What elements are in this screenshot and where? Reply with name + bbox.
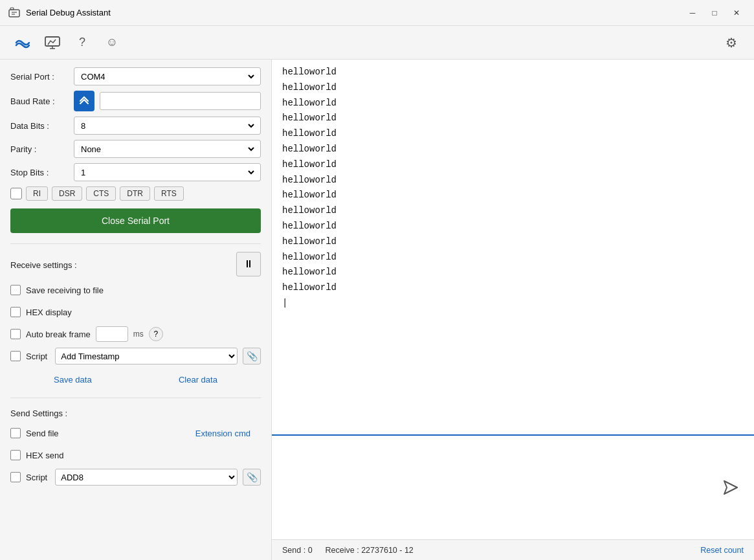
baud-rate-input[interactable]: 2000000 (104, 96, 256, 106)
data-bits-select[interactable]: 8 7 6 5 (78, 120, 256, 131)
break-frame-input[interactable]: 20 (96, 326, 128, 342)
receive-line: helloworld (282, 80, 744, 96)
right-panel: helloworldhelloworldhelloworldhelloworld… (272, 60, 754, 560)
hex-display-label: HEX display (26, 308, 72, 317)
send-value: 0 (308, 546, 313, 555)
hex-send-checkbox[interactable] (10, 450, 21, 460)
hex-display-checkbox[interactable] (10, 307, 21, 317)
receive-cursor: | (282, 296, 744, 311)
send-area (272, 436, 754, 539)
serial-port-select[interactable]: COM4 COM1 COM2 COM3 (78, 71, 256, 82)
hex-send-label: HEX send (26, 451, 64, 460)
send-input[interactable] (272, 436, 754, 539)
svg-rect-1 (10, 8, 14, 10)
hex-display-row: HEX display (10, 304, 261, 320)
script-checkbox[interactable] (10, 351, 21, 361)
script-row: Script Add Timestamp None 📎 (10, 348, 261, 364)
send-file-checkbox[interactable] (10, 428, 21, 438)
receive-value: 22737610 (361, 546, 397, 555)
settings-icon-button[interactable]: ⚙ (719, 30, 744, 55)
script2-attach-button[interactable]: 📎 (243, 469, 261, 486)
save-data-button[interactable]: Save data (43, 372, 102, 387)
save-receiving-label: Save receiving to file (26, 286, 104, 295)
script2-row: Script ADD8 None XOR 📎 (10, 469, 261, 486)
receive-line: helloworld (282, 157, 744, 173)
receive-settings-title: Receive settings : (10, 260, 77, 270)
status-bar: Send : 0 Receive : 22737610 - 12 Reset c… (272, 539, 754, 560)
rts-button[interactable]: RTS (154, 186, 184, 201)
help-icon-button[interactable]: ? (70, 30, 94, 55)
svg-rect-0 (9, 10, 19, 17)
signal-checkbox[interactable] (10, 188, 22, 199)
receive-line: helloworld (282, 126, 744, 142)
auto-break-frame-label: Auto break frame (26, 330, 91, 339)
serial-icon-button[interactable] (10, 30, 35, 55)
serial-port-row: Serial Port : COM4 COM1 COM2 COM3 (10, 67, 261, 85)
stop-bits-control[interactable]: 1 1.5 2 (74, 163, 261, 181)
pause-icon: ⏸ (243, 258, 254, 270)
receive-line: helloworld (282, 280, 744, 296)
stop-bits-select[interactable]: 1 1.5 2 (78, 167, 256, 178)
divider-2 (10, 398, 261, 398)
send-label: Send : 0 (282, 546, 313, 555)
close-serial-port-button[interactable]: Close Serial Port (10, 208, 261, 233)
auto-break-frame-checkbox[interactable] (10, 329, 21, 339)
break-frame-help-button[interactable]: ? (149, 327, 163, 341)
baud-rate-control[interactable]: 2000000 (100, 92, 261, 110)
auto-break-frame-row: Auto break frame 20 ms ? (10, 326, 261, 342)
attach-icon: 📎 (247, 351, 258, 361)
baud-icon-button[interactable] (74, 91, 94, 111)
script2-checkbox[interactable] (10, 472, 21, 482)
script-attach-button[interactable]: 📎 (243, 348, 261, 364)
cts-button[interactable]: CTS (86, 186, 116, 201)
main-content: Serial Port : COM4 COM1 COM2 COM3 Baud R… (0, 60, 754, 560)
data-bits-control[interactable]: 8 7 6 5 (74, 117, 261, 135)
maximize-button[interactable]: □ (705, 6, 724, 20)
script2-select[interactable]: ADD8 None XOR (55, 469, 238, 486)
title-bar: Serial Debug Assistant ─ □ ✕ (0, 0, 754, 26)
emoji-icon-button[interactable]: ☺ (100, 30, 124, 55)
receive-line: helloworld (282, 234, 744, 250)
app-icon (8, 6, 21, 19)
reset-count-button[interactable]: Reset count (700, 546, 744, 555)
save-receiving-row: Save receiving to file (10, 282, 261, 298)
dsr-button[interactable]: DSR (52, 186, 82, 201)
receive-area[interactable]: helloworldhelloworldhelloworldhelloworld… (272, 60, 754, 436)
window-controls: ─ □ ✕ (683, 6, 746, 20)
ri-button[interactable]: RI (26, 186, 48, 201)
gear-icon: ⚙ (726, 35, 737, 50)
svg-marker-7 (724, 481, 737, 494)
close-button[interactable]: ✕ (727, 6, 746, 20)
extension-cmd-button[interactable]: Extension cmd (185, 426, 261, 441)
pause-buttons: ⏸ (236, 252, 261, 276)
parity-control[interactable]: None Odd Even (74, 140, 261, 158)
serial-port-control[interactable]: COM4 COM1 COM2 COM3 (74, 67, 261, 85)
minimize-button[interactable]: ─ (683, 6, 702, 20)
pause-button-1[interactable]: ⏸ (236, 252, 261, 276)
parity-select[interactable]: None Odd Even (78, 144, 256, 155)
data-bits-row: Data Bits : 8 7 6 5 (10, 117, 261, 135)
send-button[interactable] (715, 473, 744, 502)
send-textarea-container (272, 436, 754, 539)
receive-line: helloworld (282, 250, 744, 265)
data-bits-label: Data Bits : (10, 121, 69, 131)
window-title: Serial Debug Assistant (26, 8, 683, 17)
script-label: Script (26, 352, 47, 361)
baud-rate-row: Baud Rate : 2000000 (10, 91, 261, 111)
stop-bits-label: Stop Bits : (10, 168, 69, 177)
dtr-button[interactable]: DTR (120, 186, 150, 201)
send-settings-title: Send Settings : (10, 409, 261, 418)
receive-line: helloworld (282, 65, 744, 80)
monitor-icon-button[interactable] (40, 30, 65, 55)
receive-line: helloworld (282, 111, 744, 126)
parity-label: Parity : (10, 144, 69, 154)
receive-line: helloworld (282, 173, 744, 188)
receive-line: helloworld (282, 188, 744, 203)
script-select[interactable]: Add Timestamp None (55, 348, 238, 364)
clear-data-button[interactable]: Clear data (168, 372, 228, 387)
divider-1 (10, 243, 261, 244)
receive-line: helloworld (282, 142, 744, 157)
save-receiving-checkbox[interactable] (10, 285, 21, 295)
receive-line: helloworld (282, 219, 744, 234)
script2-label: Script (26, 473, 47, 482)
